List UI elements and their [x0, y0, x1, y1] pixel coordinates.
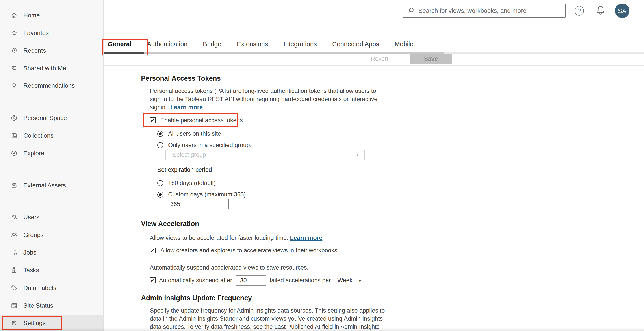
allow-acceleration-row: ✓ Allow creators and explorers to accele… [150, 247, 337, 254]
avatar-initials: SA [618, 7, 627, 14]
collections-grid-icon [10, 132, 18, 139]
tab-extensions[interactable]: Extensions [237, 40, 268, 48]
days-180-label: 180 days (default) [168, 180, 216, 187]
sidebar-item-label: Collections [23, 132, 54, 139]
sidebar-divider [4, 169, 97, 169]
help-button[interactable]: ? [574, 5, 584, 16]
search-box[interactable] [402, 4, 566, 18]
specified-group-radio[interactable] [157, 142, 163, 148]
sidebar-item-settings[interactable]: Settings [10, 317, 46, 330]
sidebar: Home Favorites Recents Shared with Me Re… [0, 0, 104, 331]
content-divider [104, 65, 644, 66]
admin-insights-line3: data sources. To verify data freshness, … [150, 323, 385, 331]
tasks-clipboard-icon [10, 267, 18, 274]
auto-suspend-checkbox[interactable]: ✓ [150, 278, 156, 284]
sidebar-item-groups[interactable]: Groups [10, 229, 44, 241]
auto-suspend-suffix: failed accelerations per [270, 277, 331, 284]
custom-days-radio-row: Custom days (maximum 365) [157, 191, 246, 198]
custom-days-label: Custom days (maximum 365) [168, 191, 246, 198]
sidebar-item-label: Tasks [23, 267, 39, 274]
specified-group-radio-row: Only users in a specified group: [157, 142, 252, 149]
pat-description-line3: signin. Learn more [150, 103, 378, 111]
tab-bridge[interactable]: Bridge [203, 40, 222, 48]
sidebar-item-external-assets[interactable]: External Assets [10, 179, 66, 192]
tab-mobile[interactable]: Mobile [394, 40, 413, 48]
suspend-period-dropdown[interactable]: Week ▼ [337, 277, 362, 284]
avatar[interactable]: SA [615, 3, 630, 18]
enable-pat-label: Enable personal access tokens [160, 117, 243, 124]
sidebar-item-home[interactable]: Home [10, 9, 40, 22]
active-tab-underline [104, 52, 144, 54]
tab-connected-apps[interactable]: Connected Apps [332, 40, 379, 48]
sidebar-item-label: Groups [23, 232, 44, 239]
help-icon: ? [574, 5, 584, 16]
gear-icon [10, 320, 18, 327]
all-users-radio-row: All users on this site [157, 130, 221, 137]
sidebar-item-tasks[interactable]: Tasks [10, 264, 39, 277]
sidebar-item-recents[interactable]: Recents [10, 44, 46, 57]
jobs-document-clock-icon [10, 249, 18, 256]
sidebar-item-jobs[interactable]: Jobs [10, 246, 36, 259]
select-group-placeholder: Select group [172, 152, 206, 158]
sidebar-item-label: External Assets [23, 182, 66, 189]
admin-insights-line1: Specify the update frequency for Admin I… [150, 307, 385, 315]
svg-text:?: ? [578, 7, 581, 14]
view-acceleration-description: Allow views to be accelerated for faster… [150, 234, 322, 242]
sidebar-item-data-labels[interactable]: Data Labels [10, 282, 56, 295]
chevron-down-icon: ▼ [356, 153, 359, 157]
sidebar-item-site-status[interactable]: Site Status [10, 299, 53, 312]
pat-learn-more-link[interactable]: Learn more [170, 104, 203, 111]
all-users-radio[interactable] [157, 131, 163, 137]
suspend-description: Automatically suspend accelerated views … [150, 264, 308, 272]
pat-section-title: Personal Access Tokens [141, 74, 221, 82]
search-icon [407, 7, 415, 15]
failed-accelerations-input[interactable] [236, 275, 266, 286]
tab-general[interactable]: General [108, 40, 132, 48]
person-circle-icon [10, 114, 18, 122]
custom-days-input[interactable] [166, 199, 229, 209]
sidebar-item-favorites[interactable]: Favorites [10, 27, 49, 39]
sidebar-item-label: Favorites [23, 29, 49, 36]
save-button[interactable]: Save [410, 53, 452, 64]
custom-days-radio[interactable] [157, 192, 163, 198]
notifications-button[interactable] [595, 5, 606, 16]
admin-insights-line2: data in the Admin Insights Starter and c… [150, 315, 385, 323]
sidebar-item-shared-with-me[interactable]: Shared with Me [10, 62, 66, 75]
pat-description: Personal access tokens (PATs) are long-l… [150, 87, 378, 111]
sidebar-item-users[interactable]: Users [10, 211, 40, 224]
search-input[interactable] [418, 7, 565, 14]
tab-authentication[interactable]: Authentication [147, 40, 188, 48]
sidebar-item-label: Data Labels [23, 285, 56, 292]
sidebar-item-label: Shared with Me [23, 65, 66, 72]
sidebar-item-label: Jobs [23, 249, 36, 256]
admin-insights-title: Admin Insights Update Frequency [141, 294, 252, 302]
select-group-dropdown[interactable]: Select group ▼ [166, 150, 365, 160]
star-icon [10, 29, 18, 36]
revert-button[interactable]: Revert [359, 53, 400, 64]
enable-pat-row: ✓ Enable personal access tokens [150, 117, 243, 124]
tab-strip-track-light [444, 52, 644, 54]
tab-integrations[interactable]: Integrations [284, 40, 317, 48]
suspend-period-value: Week [337, 277, 352, 284]
sidebar-item-recommendations[interactable]: Recommendations [10, 79, 75, 92]
sidebar-divider [4, 102, 97, 102]
days-180-radio[interactable] [157, 180, 163, 186]
sidebar-item-label: Settings [23, 320, 46, 327]
asset-drawer-icon [10, 182, 18, 189]
sidebar-item-label: Home [23, 12, 40, 19]
sidebar-item-explore[interactable]: Explore [10, 147, 44, 160]
lightbulb-icon [10, 82, 18, 89]
site-status-icon [10, 302, 18, 309]
sidebar-item-label: Explore [23, 150, 44, 157]
history-clock-icon [10, 47, 18, 54]
sidebar-item-collections[interactable]: Collections [10, 129, 54, 142]
settings-tab-bar: General Authentication Bridge Extensions… [108, 40, 413, 48]
sidebar-item-personal-space[interactable]: Personal Space [10, 112, 67, 124]
expiration-label: Set expiration period [157, 166, 212, 174]
enable-pat-checkbox[interactable]: ✓ [150, 117, 156, 123]
chevron-down-icon: ▼ [358, 279, 362, 283]
allow-acceleration-checkbox[interactable]: ✓ [150, 248, 156, 254]
view-acceleration-learn-more-link[interactable]: Learn more [290, 235, 322, 241]
sidebar-item-label: Personal Space [23, 114, 67, 122]
auto-suspend-row: ✓ Automatically suspend after failed acc… [150, 275, 362, 286]
